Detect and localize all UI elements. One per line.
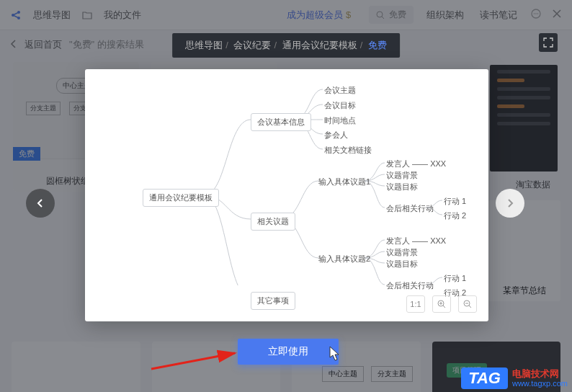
- mind-leaf: 行动 1: [444, 273, 466, 284]
- use-now-button[interactable]: 立即使用: [238, 339, 339, 365]
- watermark-tag: TAG: [461, 368, 508, 389]
- crumb[interactable]: 思维导图: [185, 40, 223, 50]
- mind-leaf: 输入具体议题2: [318, 254, 370, 264]
- watermark-url: www.tagxp.com: [512, 379, 568, 388]
- mind-leaf: 行动 2: [444, 210, 466, 221]
- ratio-button[interactable]: 1:1: [406, 295, 425, 313]
- cursor-icon: [329, 346, 341, 362]
- mind-leaf: 议题背景: [386, 170, 418, 181]
- mind-node: 相关议题: [251, 213, 295, 231]
- watermark: TAG 电脑技术网 www.tagxp.com: [461, 368, 568, 389]
- mind-leaf: 时间地点: [324, 115, 356, 126]
- crumb[interactable]: 会议纪要: [233, 40, 271, 50]
- mind-leaf: 参会人: [324, 130, 348, 141]
- annotation-arrow: [150, 352, 236, 373]
- mind-leaf: 会后相关行动: [386, 203, 434, 214]
- mind-leaf: 会议主题: [324, 85, 356, 96]
- fullscreen-toggle-icon[interactable]: [539, 33, 558, 52]
- zoom-in-button[interactable]: [432, 295, 451, 313]
- mind-leaf: 输入具体议题1: [318, 177, 370, 187]
- preview-modal: 通用会议纪要模板 会议基本信息 相关议题 其它事项 会议主题 会议目标 时间地点…: [85, 69, 488, 321]
- mind-node: 其它事项: [251, 292, 295, 310]
- mind-node: 会议基本信息: [251, 113, 311, 131]
- mind-leaf: 相关文档链接: [324, 145, 372, 156]
- mind-leaf: 行动 1: [444, 196, 466, 207]
- mind-leaf: 会后相关行动: [386, 280, 434, 291]
- prev-button[interactable]: [26, 189, 55, 218]
- zoom-tools: 1:1: [406, 295, 477, 313]
- mind-root: 通用会议纪要模板: [143, 189, 219, 207]
- watermark-title: 电脑技术网: [512, 369, 568, 379]
- mind-leaf: 发言人 —— XXX: [386, 236, 446, 246]
- zoom-out-button[interactable]: [458, 295, 477, 313]
- mind-leaf: 议题背景: [386, 247, 418, 258]
- mind-leaf: 议题目标: [386, 182, 418, 192]
- mind-leaf: 会议目标: [324, 100, 356, 111]
- mindmap-preview: 通用会议纪要模板 会议基本信息 相关议题 其它事项 会议主题 会议目标 时间地点…: [94, 76, 480, 285]
- crumb-current: 免费: [368, 40, 387, 50]
- breadcrumb: 思维导图/ 会议纪要/ 通用会议纪要模板/ 免费: [172, 33, 400, 58]
- crumb[interactable]: 通用会议纪要模板: [282, 40, 357, 50]
- next-button[interactable]: [496, 189, 524, 218]
- mind-leaf: 议题目标: [386, 259, 418, 270]
- mind-leaf: 发言人 —— XXX: [386, 159, 446, 169]
